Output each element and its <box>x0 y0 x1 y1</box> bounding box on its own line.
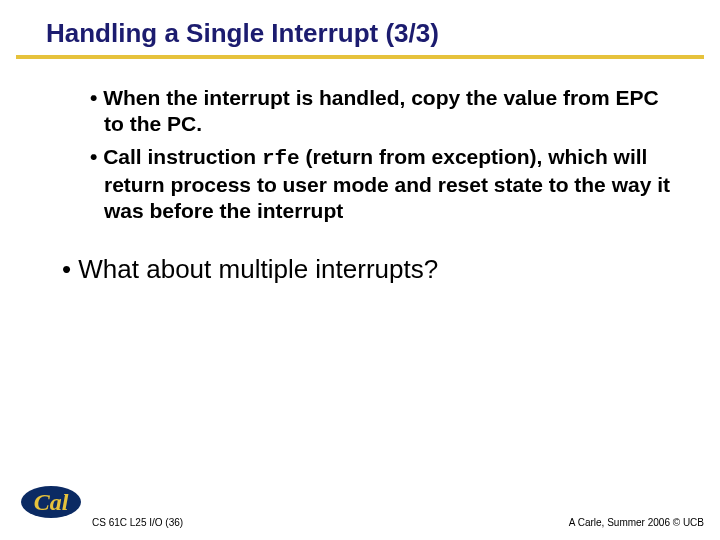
slide-title: Handling a Single Interrupt (3/3) <box>0 18 720 55</box>
content-block-2: • What about multiple interrupts? <box>0 230 720 285</box>
bullet-dot: • <box>62 254 78 284</box>
svg-text:Cal: Cal <box>34 489 69 515</box>
code-rfe: rfe <box>262 147 300 170</box>
bullet-item-big: • What about multiple interrupts? <box>62 254 670 285</box>
footer: Cal CS 61C L25 I/O (36) A Carle, Summer … <box>0 482 720 530</box>
bullet-text: When the interrupt is handled, copy the … <box>103 86 658 135</box>
footer-left-text: CS 61C L25 I/O (36) <box>92 517 183 528</box>
bullet-dot: • <box>90 145 103 168</box>
cal-logo: Cal <box>20 480 82 524</box>
content-block-1: • When the interrupt is handled, copy th… <box>0 59 720 224</box>
bullet-text-pre: Call instruction <box>103 145 262 168</box>
bullet-dot: • <box>90 86 103 109</box>
footer-right-text: A Carle, Summer 2006 © UCB <box>569 517 704 528</box>
bullet-item-2: • Call instruction rfe (return from exce… <box>90 144 670 225</box>
bullet-big-text: What about multiple interrupts? <box>78 254 438 284</box>
bullet-item-1: • When the interrupt is handled, copy th… <box>90 85 670 138</box>
slide: Handling a Single Interrupt (3/3) • When… <box>0 0 720 540</box>
